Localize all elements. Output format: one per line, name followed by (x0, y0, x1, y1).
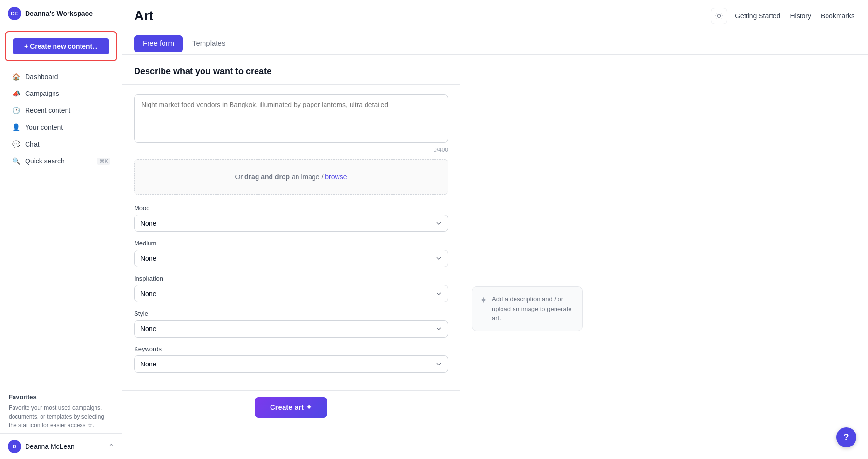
dropzone-drag-drop: drag and drop (244, 173, 290, 181)
sidebar-item-quick-search[interactable]: 🔍 Quick search ⌘K (3, 153, 119, 169)
create-bar: Create art ✦ (122, 390, 460, 424)
sidebar-item-recent-content[interactable]: 🕐 Recent content (3, 102, 119, 119)
page-title: Art (134, 8, 153, 24)
keywords-select[interactable]: None (134, 355, 448, 373)
sidebar-item-label: Quick search (25, 157, 65, 165)
light-mode-button[interactable] (711, 8, 727, 24)
right-panel: ✦ Add a description and / or upload an i… (460, 55, 868, 459)
medium-label: Medium (134, 240, 448, 247)
tab-templates[interactable]: Templates (185, 32, 233, 55)
create-art-button[interactable]: Create art ✦ (255, 397, 327, 418)
search-icon: 🔍 (12, 157, 20, 165)
favorites-section: Favorites Favorite your most used campai… (0, 388, 122, 433)
sidebar-item-label: Campaigns (25, 90, 59, 97)
svg-line-7 (717, 18, 717, 18)
svg-point-0 (718, 14, 721, 18)
style-label: Style (134, 310, 448, 317)
brightness-icon (715, 12, 723, 20)
inspiration-label: Inspiration (134, 275, 448, 282)
sidebar-footer: D Deanna McLean ⌃ (0, 433, 122, 459)
form-panel: Describe what you want to create 0/400 O… (122, 55, 460, 459)
content-area: Describe what you want to create 0/400 O… (122, 55, 868, 459)
form-section-title: Describe what you want to create (122, 55, 460, 85)
create-btn-highlight: + Create new content... (5, 31, 117, 61)
sidebar-item-label: Chat (25, 140, 40, 148)
prompt-textarea[interactable] (134, 94, 448, 143)
sparkle-icon: ✦ (480, 295, 487, 306)
svg-line-8 (721, 14, 721, 14)
footer-user-name: Deanna McLean (25, 443, 75, 450)
dashboard-icon: 🏠 (12, 72, 20, 81)
keywords-group: Keywords None (134, 345, 448, 373)
help-button[interactable]: ? (836, 427, 856, 447)
sidebar-item-label: Your content (25, 123, 63, 131)
sidebar-item-label: Recent content (25, 107, 70, 114)
style-group: Style None (134, 310, 448, 338)
sidebar-item-your-content[interactable]: 👤 Your content (3, 119, 119, 135)
footer-avatar: D (8, 440, 21, 453)
your-content-icon: 👤 (12, 123, 20, 132)
history-button[interactable]: History (788, 10, 813, 22)
campaigns-icon: 📣 (12, 89, 20, 98)
main-content: Art Getting Started History Bookmarks Fr… (122, 0, 868, 459)
hint-box: ✦ Add a description and / or upload an i… (472, 286, 583, 331)
hint-text: Add a description and / or upload an ima… (492, 295, 574, 323)
recent-content-icon: 🕐 (12, 106, 20, 115)
browse-link[interactable]: browse (325, 173, 347, 181)
kbd-shortcut: ⌘K (97, 158, 110, 165)
bookmarks-button[interactable]: Bookmarks (819, 10, 856, 22)
keywords-label: Keywords (134, 345, 448, 352)
dropzone-text-before: Or (235, 173, 244, 181)
char-count: 0/400 (134, 147, 448, 153)
inspiration-select[interactable]: None (134, 285, 448, 302)
mood-label: Mood (134, 204, 448, 212)
form-body: 0/400 Or drag and drop an image / browse… (122, 85, 460, 390)
svg-line-3 (717, 14, 717, 14)
getting-started-button[interactable]: Getting Started (733, 10, 782, 22)
sidebar: DE Deanna's Workspace + Create new conte… (0, 0, 122, 459)
sidebar-item-dashboard[interactable]: 🏠 Dashboard (3, 68, 119, 85)
svg-line-4 (721, 18, 721, 18)
image-dropzone[interactable]: Or drag and drop an image / browse (134, 159, 448, 195)
workspace-name: Deanna's Workspace (25, 10, 93, 17)
dropzone-text-mid: an image / (290, 173, 325, 181)
mood-group: Mood None (134, 204, 448, 232)
inspiration-group: Inspiration None (134, 275, 448, 302)
sidebar-nav: 🏠 Dashboard 📣 Campaigns 🕐 Recent content… (0, 65, 122, 388)
footer-user[interactable]: D Deanna McLean (8, 440, 75, 453)
medium-select[interactable]: None (134, 250, 448, 267)
tab-free-form[interactable]: Free form (134, 35, 183, 52)
sidebar-item-campaigns[interactable]: 📣 Campaigns (3, 85, 119, 102)
chat-icon: 💬 (12, 140, 20, 148)
favorites-title: Favorites (9, 393, 113, 401)
favorites-description: Favorite your most used campaigns, docum… (9, 404, 113, 430)
chevron-up-icon[interactable]: ⌃ (108, 443, 114, 450)
style-select[interactable]: None (134, 320, 448, 338)
top-bar: Art Getting Started History Bookmarks (122, 0, 868, 32)
top-bar-actions: Getting Started History Bookmarks (711, 8, 856, 24)
medium-group: Medium None (134, 240, 448, 267)
create-new-content-button[interactable]: + Create new content... (13, 38, 109, 54)
workspace-avatar: DE (8, 7, 21, 20)
sidebar-item-label: Dashboard (25, 73, 58, 81)
mood-select[interactable]: None (134, 215, 448, 232)
sidebar-header: DE Deanna's Workspace (0, 0, 122, 27)
sidebar-item-chat[interactable]: 💬 Chat (3, 136, 119, 152)
tab-bar: Free form Templates (122, 32, 868, 55)
